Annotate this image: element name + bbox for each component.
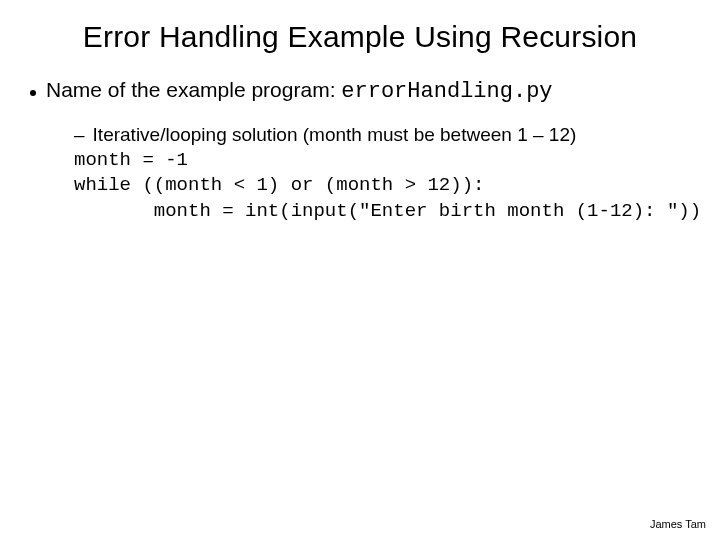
bullet-prefix: Name of the example program: <box>46 78 341 101</box>
code-line-2: while ((month < 1) or (month > 12)): <box>74 173 690 199</box>
program-name: errorHandling.py <box>341 79 552 104</box>
slide-title: Error Handling Example Using Recursion <box>0 0 720 64</box>
bullet-text: Name of the example program: errorHandli… <box>46 78 690 104</box>
sub-block: – Iterative/looping solution (month must… <box>74 122 690 225</box>
footer-author: James Tam <box>650 518 706 530</box>
code-line-1: month = -1 <box>74 148 690 174</box>
sub-bullet: – Iterative/looping solution (month must… <box>74 122 690 148</box>
slide-body: Name of the example program: errorHandli… <box>0 64 720 225</box>
bullet-level1: Name of the example program: errorHandli… <box>30 78 690 104</box>
sub-intro: Iterative/looping solution (month must b… <box>93 122 577 148</box>
bullet-dot-icon <box>30 90 36 96</box>
code-line-3: month = int(input("Enter birth month (1-… <box>74 199 690 225</box>
slide: Error Handling Example Using Recursion N… <box>0 0 720 540</box>
dash-icon: – <box>74 122 85 148</box>
